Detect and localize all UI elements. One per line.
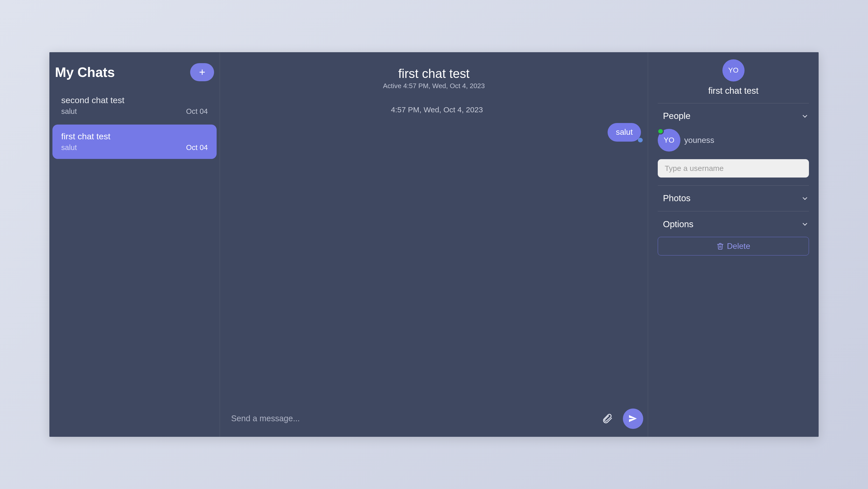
message-row: salut: [231, 123, 643, 142]
person-row[interactable]: YO youness: [658, 129, 809, 151]
send-icon: [628, 413, 638, 424]
add-person-input[interactable]: [658, 159, 809, 177]
photos-section-toggle[interactable]: Photos: [658, 193, 809, 203]
people-section-toggle[interactable]: People: [658, 111, 809, 121]
message-bubble-outgoing: salut: [608, 123, 641, 142]
people-section-label: People: [658, 111, 690, 121]
send-button[interactable]: [623, 408, 643, 429]
chat-item-title: first chat test: [61, 132, 208, 141]
chat-app: My Chats second chat test salut Oct 04 f…: [50, 52, 818, 436]
message-input[interactable]: [231, 414, 595, 423]
chat-list: second chat test salut Oct 04 first chat…: [53, 84, 216, 159]
delete-chat-button[interactable]: Delete: [658, 237, 809, 255]
details-title: first chat test: [658, 86, 809, 104]
presence-online-dot: [657, 128, 664, 135]
plus-icon: [198, 68, 206, 76]
options-section: Options Delete: [658, 211, 809, 263]
paperclip-icon: [602, 413, 613, 424]
chat-item-date: Oct 04: [186, 143, 208, 152]
people-section: People YO youness: [658, 104, 809, 186]
message-composer: [220, 408, 648, 437]
details-avatar: YO: [722, 59, 745, 82]
chevron-down-icon: [801, 112, 809, 120]
chat-active-status: Active 4:57 PM, Wed, Oct 4, 2023: [220, 82, 648, 90]
trash-icon: [717, 242, 724, 250]
chat-title: first chat test: [220, 66, 648, 81]
chat-header: first chat test Active 4:57 PM, Wed, Oct…: [220, 52, 648, 95]
chevron-down-icon: [801, 220, 809, 228]
options-section-toggle[interactable]: Options: [658, 219, 809, 229]
photos-section: Photos: [658, 186, 809, 211]
sidebar: My Chats second chat test salut Oct 04 f…: [50, 52, 220, 436]
chat-item-date: Oct 04: [186, 107, 208, 116]
details-panel: YO first chat test People YO youness Pho…: [648, 52, 818, 436]
sidebar-title: My Chats: [55, 64, 115, 80]
chat-item-snippet: salut: [61, 143, 77, 152]
message-timestamp-divider: 4:57 PM, Wed, Oct 4, 2023: [231, 106, 643, 114]
chat-panel: first chat test Active 4:57 PM, Wed, Oct…: [220, 52, 648, 436]
delete-chat-label: Delete: [727, 241, 750, 251]
photos-section-label: Photos: [658, 193, 690, 203]
attach-button[interactable]: [602, 413, 613, 424]
person-name: youness: [684, 136, 714, 145]
chat-item-snippet: salut: [61, 107, 77, 116]
chat-list-item[interactable]: second chat test salut Oct 04: [53, 88, 216, 123]
read-receipt-dot: [638, 138, 643, 143]
sidebar-header: My Chats: [53, 63, 216, 84]
chat-list-item[interactable]: first chat test salut Oct 04: [53, 124, 216, 159]
chevron-down-icon: [801, 194, 809, 202]
chat-item-title: second chat test: [61, 95, 208, 105]
new-chat-button[interactable]: [190, 63, 214, 82]
options-section-label: Options: [658, 219, 693, 229]
person-avatar: YO: [658, 129, 680, 151]
person-initials: YO: [663, 136, 674, 144]
message-list[interactable]: 4:57 PM, Wed, Oct 4, 2023 salut: [220, 95, 648, 408]
